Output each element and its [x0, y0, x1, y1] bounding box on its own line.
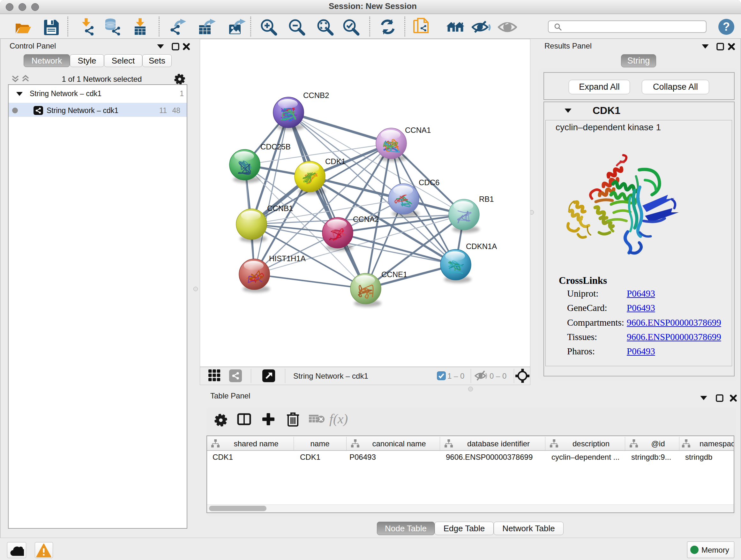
svg-text:HIST1H1A: HIST1H1A	[269, 254, 306, 263]
svg-text:CCNA1: CCNA1	[405, 126, 431, 134]
svg-text:CCNB2: CCNB2	[303, 91, 329, 100]
svg-text:CDK1: CDK1	[325, 157, 346, 166]
svg-text:CCNA2: CCNA2	[353, 215, 379, 224]
svg-text:RB1: RB1	[479, 195, 494, 203]
svg-text:CDC6: CDC6	[419, 178, 440, 187]
svg-text:CCNB1: CCNB1	[267, 204, 293, 212]
svg-text:CDC25B: CDC25B	[260, 142, 291, 151]
svg-text:CDKN1A: CDKN1A	[466, 242, 497, 251]
svg-text:CCNE1: CCNE1	[381, 270, 407, 279]
